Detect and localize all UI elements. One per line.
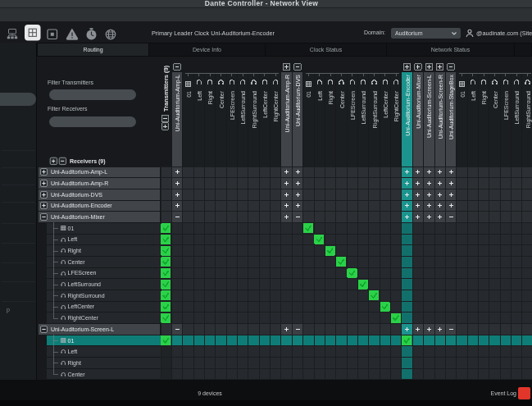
svg-text:01: 01 <box>306 91 311 98</box>
svg-text:Left: Left <box>317 91 323 101</box>
svg-text:Center: Center <box>219 90 225 108</box>
svg-text:Left: Left <box>197 91 202 101</box>
svg-text:Uni-Auditorium-DVS: Uni-Auditorium-DVS <box>295 75 301 126</box>
svg-text:Uni-Auditorium-Mixer: Uni-Auditorium-Mixer <box>416 74 421 128</box>
svg-text:LeftSurround: LeftSurround <box>361 91 366 125</box>
svg-text:LeftSurround: LeftSurround <box>240 91 246 125</box>
svg-text:Uni-Auditorium-Amp-R: Uni-Auditorium-Amp-R <box>284 75 291 132</box>
svg-text:LFEScreen: LFEScreen <box>350 91 356 120</box>
svg-text:LeftCenter: LeftCenter <box>383 90 389 117</box>
svg-text:LeftCenter: LeftCenter <box>262 90 268 117</box>
svg-text:Uni-Auditorium-Encoder: Uni-Auditorium-Encoder <box>405 74 411 135</box>
svg-text:Uni-Auditorium-Screen-L: Uni-Auditorium-Screen-L <box>426 75 432 138</box>
svg-text:01: 01 <box>460 91 466 98</box>
svg-text:Right: Right <box>207 91 214 104</box>
svg-text:RightCenter: RightCenter <box>393 90 400 121</box>
svg-text:Uni-Auditorium-StageBox: Uni-Auditorium-StageBox <box>448 75 455 139</box>
svg-text:01: 01 <box>186 91 192 98</box>
svg-text:LFEScreen: LFEScreen <box>230 91 235 120</box>
svg-text:Left: Left <box>471 91 476 101</box>
svg-text:LeftSurround: LeftSurround <box>514 91 520 125</box>
svg-text:Center: Center <box>339 90 345 108</box>
svg-text:LFEScreen: LFEScreen <box>503 91 509 120</box>
svg-text:Receivers (9): Receivers (9) <box>70 158 106 165</box>
svg-text:Uni-Auditorium-Amp-L: Uni-Auditorium-Amp-L <box>175 75 181 131</box>
svg-text:RightSurround: RightSurround <box>525 91 532 128</box>
svg-text:Transmitters (9): Transmitters (9) <box>162 65 170 112</box>
svg-text:RightCenter: RightCenter <box>273 90 280 121</box>
svg-text:RightSurround: RightSurround <box>252 91 258 128</box>
svg-text:RightSurround: RightSurround <box>372 91 379 128</box>
svg-text:Right: Right <box>481 91 488 104</box>
svg-text:Uni-Auditorium-Screen-R: Uni-Auditorium-Screen-R <box>438 75 443 139</box>
svg-text:Center: Center <box>493 90 498 108</box>
svg-text:Right: Right <box>328 91 334 104</box>
